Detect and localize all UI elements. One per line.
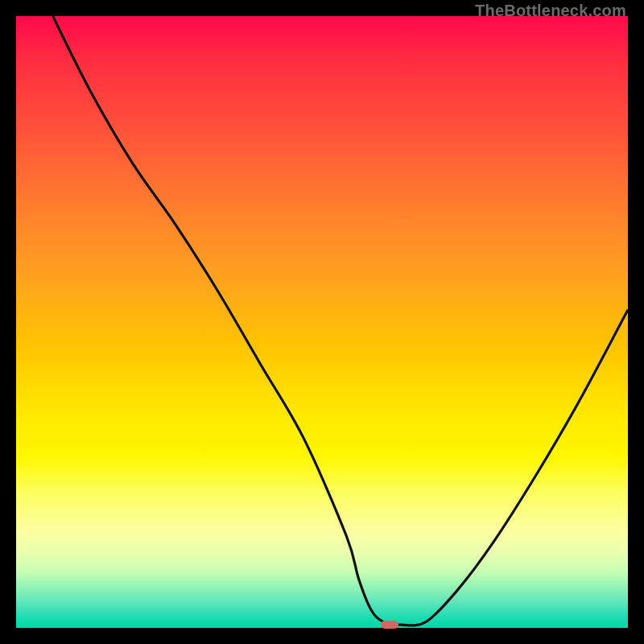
plot-area: [16, 16, 628, 628]
bottleneck-curve: [16, 16, 628, 628]
optimum-marker: [381, 621, 398, 629]
chart-container: TheBottleneck.com: [0, 0, 644, 644]
